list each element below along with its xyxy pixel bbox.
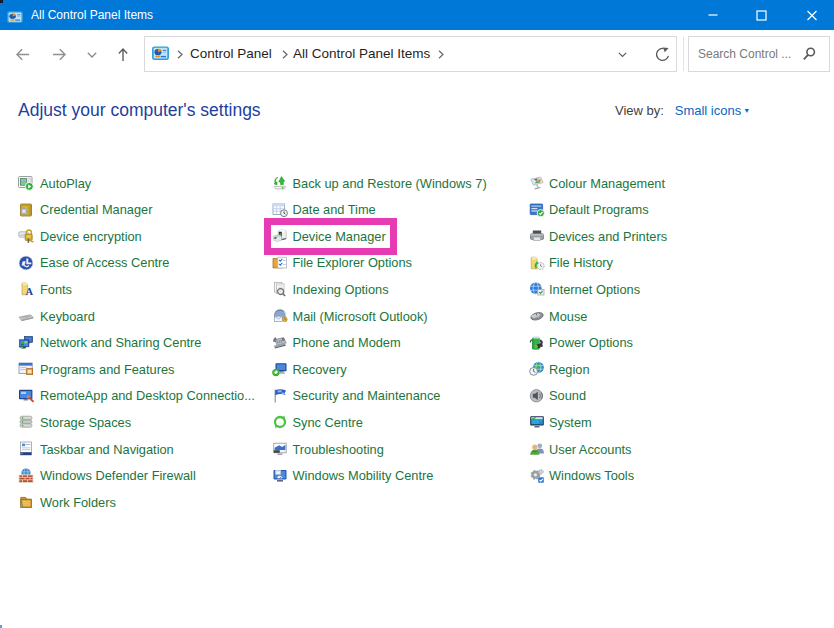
svg-text:A: A [25, 286, 33, 297]
